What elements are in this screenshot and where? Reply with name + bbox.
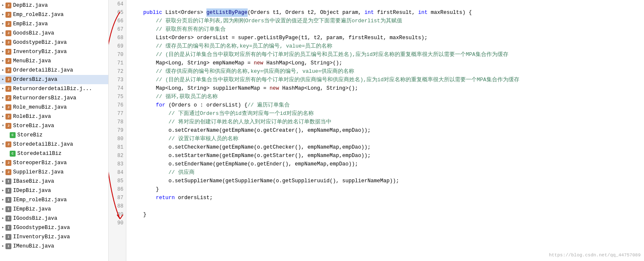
file-name-label: ReturnorderdetailBiz.j...	[13, 84, 92, 93]
sidebar-item[interactable]: ▾ JStoreBiz.java	[0, 121, 108, 130]
sidebar-item[interactable]: ▸ JStoreoperBiz.java	[0, 158, 108, 168]
file-name-label: IInventoryBiz.java	[13, 232, 70, 242]
sidebar-item[interactable]: ▸ IIDepBiz.java	[0, 186, 108, 195]
file-name-label: SupplierBiz.java	[13, 168, 64, 177]
sidebar-item[interactable]: ▸ IIEmpBiz.java	[0, 205, 108, 214]
java-file-icon: J	[5, 12, 11, 18]
sidebar-item[interactable]: CStoredetailBiz	[0, 149, 108, 158]
line-number: 64	[110, 0, 123, 8]
sidebar-item[interactable]: ▸ JRoleBiz.java	[0, 112, 108, 121]
sidebar-item[interactable]: ▸ IIMenuBiz.java	[0, 242, 108, 251]
sidebar-item[interactable]: ▸ JMenuBiz.java	[0, 56, 108, 66]
sidebar-item[interactable]: ▸ JRole_menuBiz.java	[0, 103, 108, 112]
tree-arrow-icon: ▸	[2, 1, 4, 10]
line-number: 71	[110, 59, 123, 67]
sidebar-item[interactable]: ▸ IIEmp_roleBiz.java	[0, 195, 108, 205]
sidebar-item[interactable]: ▸ JReturnorderdetailBiz.j...	[0, 84, 108, 93]
class-icon: C	[10, 132, 16, 138]
java-file-icon: J	[5, 49, 11, 55]
file-name-label: Role_menuBiz.java	[13, 103, 67, 112]
file-name-label: Emp_roleBiz.java	[13, 10, 64, 19]
sidebar-item[interactable]: ▸ JDepBiz.java	[0, 1, 108, 10]
java-file-icon: J	[5, 77, 11, 83]
file-tree[interactable]: ▸ JDepBiz.java▸ JEmp_roleBiz.java▸ JEmpB…	[0, 0, 109, 261]
sidebar-item[interactable]: ▸ JGoodsBiz.java	[0, 29, 108, 38]
tree-arrow-icon: ▸	[2, 47, 4, 56]
java-file-icon: J	[5, 141, 11, 147]
sidebar-item[interactable]: ▸ IIBaseBiz.java	[0, 177, 108, 186]
line-number: 70	[110, 51, 123, 59]
sidebar-item[interactable]: ▸ JGoodstypeBiz.java	[0, 38, 108, 47]
java-file-icon: J	[5, 86, 11, 92]
code-editor: 6465666768697071727374757677787980818283…	[109, 0, 644, 261]
java-file-icon: J	[5, 123, 11, 129]
sidebar-item[interactable]: ▸ JReturnordersBiz.java	[0, 93, 108, 103]
tree-arrow-icon: ▸	[2, 158, 4, 168]
line-number: 86	[110, 185, 123, 194]
sidebar-item[interactable]: ▸ JOrderdetailBiz.java	[0, 66, 108, 75]
code-line	[131, 0, 644, 8]
code-line: // 将对应的创建订单姓名的人放入到对应订单的姓名订单数据当中	[131, 118, 644, 126]
interface-file-icon: I	[5, 197, 11, 203]
code-line: // 循环,获取员工的名称	[131, 93, 644, 101]
sidebar-item[interactable]: ▸ IIGoodsBiz.java	[0, 214, 108, 223]
code-line: }	[131, 210, 644, 219]
interface-file-icon: I	[5, 243, 11, 249]
tree-arrow-icon: ▸	[2, 75, 4, 84]
line-number: 90	[110, 219, 123, 227]
code-line: // (目的是从订单集合当中获取对应所有的每个订单对应的供应商编号和供应商姓名)…	[131, 76, 644, 84]
line-number: 87	[110, 194, 123, 202]
file-name-label: OrdersBiz.java	[13, 75, 57, 84]
file-name-label: StoredetailBiz	[17, 149, 61, 158]
line-number: 65	[110, 8, 123, 17]
interface-file-icon: I	[5, 178, 11, 184]
sidebar-item[interactable]: ▸ JSupplierBiz.java	[0, 168, 108, 177]
file-name-label: IMenuBiz.java	[13, 242, 54, 251]
java-file-icon: J	[5, 40, 11, 45]
sidebar-item[interactable]: ▾ JStoredetailBiz.java	[0, 140, 108, 149]
code-line: }	[131, 185, 644, 194]
file-name-label: IGoodsBiz.java	[13, 214, 57, 223]
line-number: 66	[110, 17, 123, 25]
tree-arrow-icon: ▸	[2, 195, 4, 205]
file-name-label: DepBiz.java	[13, 1, 48, 10]
line-number: 74	[110, 84, 123, 93]
sidebar-item[interactable]: ▸ JEmp_roleBiz.java	[0, 10, 108, 19]
file-name-label: IEmp_roleBiz.java	[13, 195, 67, 205]
sidebar-item[interactable]: ▸ JInventoryBiz.java	[0, 47, 108, 56]
sidebar-item[interactable]: ▸ JOrdersBiz.java	[0, 75, 108, 84]
tree-arrow-icon: ▸	[2, 29, 4, 38]
java-file-icon: J	[5, 104, 11, 110]
file-name-label: StoredetailBiz.java	[13, 140, 73, 149]
line-number: 75	[110, 93, 123, 101]
interface-file-icon: I	[5, 188, 11, 194]
line-number: 77	[110, 109, 123, 118]
code-line	[131, 202, 644, 210]
code-line: o.setEnderName(getEmpName(o.getEnder(), …	[131, 160, 644, 168]
sidebar-item[interactable]: CStoreBiz	[0, 130, 108, 140]
line-number: 69	[110, 42, 123, 51]
java-file-icon: J	[5, 114, 11, 120]
code-line: List<Orders> ordersList = super.getListB…	[131, 34, 644, 42]
interface-file-icon: I	[5, 206, 11, 212]
code-line: Map<Long, String> supplierNameMap = new …	[131, 84, 644, 93]
line-number: 82	[110, 152, 123, 160]
java-file-icon: J	[5, 160, 11, 166]
tree-arrow-icon: ▸	[2, 84, 4, 93]
file-name-label: StoreBiz.java	[13, 121, 54, 130]
sidebar-item[interactable]: ▸ JEmpBiz.java	[0, 19, 108, 29]
tree-arrow-icon: ▸	[2, 38, 4, 47]
sidebar-item[interactable]: ▸ IIInventoryBiz.java	[0, 232, 108, 242]
code-line: o.setCreaterName(getEmpName(o.getCreater…	[131, 126, 644, 135]
file-name-label: MenuBiz.java	[13, 56, 51, 66]
class-icon: C	[10, 151, 16, 157]
file-name-label: StoreoperBiz.java	[13, 158, 67, 168]
java-file-icon: J	[5, 95, 11, 101]
interface-file-icon: I	[5, 216, 11, 221]
code-line: // 缓存供应商的编号和供应商的名称,key=供应商的编号, value=供应商…	[131, 67, 644, 76]
file-name-label: GoodstypeBiz.java	[13, 38, 67, 47]
code-line: // (目的是从订单集合当中获取对应所有的每个订单对应的员工编号和员工姓名),应…	[131, 51, 644, 59]
sidebar-item[interactable]: ▸ IIGoodstypeBiz.java	[0, 223, 108, 232]
tree-arrow-icon: ▸	[2, 186, 4, 195]
tree-arrow-icon: ▾	[2, 140, 4, 149]
